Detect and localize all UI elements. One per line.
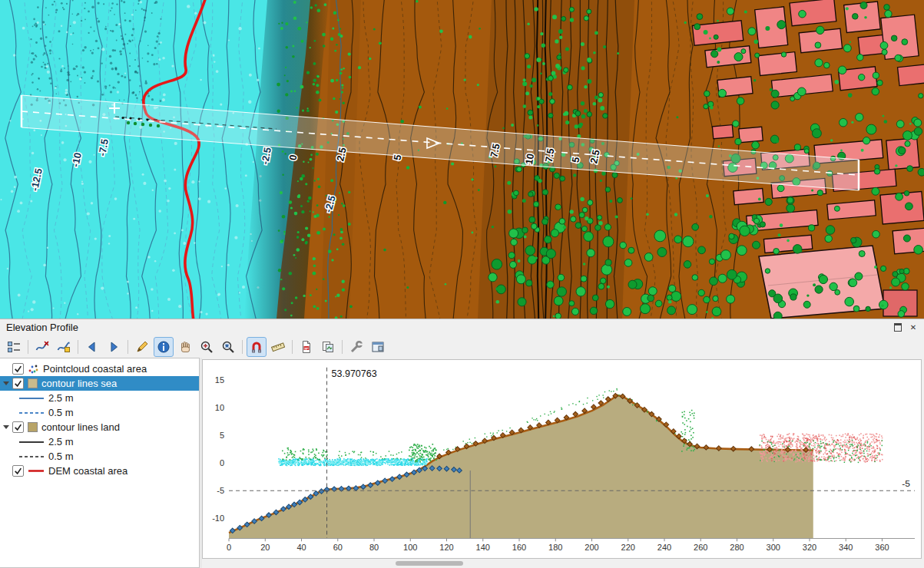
y-tick-label: 15	[215, 375, 224, 385]
zoom-full-button[interactable]	[218, 337, 238, 357]
x-tick-label: 40	[296, 543, 306, 552]
x-tick-label: 100	[403, 543, 417, 552]
qgis-window: -12.5-10-7.5-2.5-2.502.557.5107.552.5 El…	[0, 0, 924, 568]
contour-label: 7.5	[543, 147, 557, 163]
zoom-full-icon	[221, 340, 235, 354]
line-symbol-icon	[18, 408, 45, 418]
layer-item-pointcloud-coastal-area[interactable]: Pointcloud coastal area	[0, 362, 199, 376]
nudge-left-icon	[85, 340, 99, 354]
toolbar-separator	[128, 340, 128, 354]
pan-button[interactable]	[175, 337, 195, 357]
x-tick-label: 260	[694, 543, 707, 552]
layer-tree: Pointcloud coastal areacontour lines sea…	[0, 358, 200, 568]
layer-checkbox[interactable]	[12, 363, 24, 375]
show-layer-tree-button[interactable]	[4, 337, 24, 357]
capture-curve-icon	[35, 340, 49, 354]
x-tick-label: 360	[875, 543, 889, 552]
layer-symbol-item[interactable]: 0.5 m	[0, 405, 199, 420]
profile-toolbar	[0, 335, 924, 358]
x-tick-label: 20	[260, 543, 270, 552]
clear-profile-icon	[135, 340, 149, 354]
layer-item-contour-lines-land[interactable]: contour lines land	[0, 420, 199, 434]
line-symbol-icon	[18, 438, 45, 447]
x-tick-label: 280	[730, 543, 744, 552]
capture-curve-from-feature-button[interactable]	[54, 337, 74, 357]
layer-item-contour-lines-sea[interactable]: contour lines sea	[0, 376, 199, 391]
close-panel-button[interactable]: ✕	[907, 322, 919, 333]
nudge-left-button[interactable]	[82, 337, 102, 357]
x-tick-label: 120	[439, 543, 453, 552]
export-as-image-button[interactable]	[318, 337, 338, 357]
capture-curve-button[interactable]	[32, 337, 52, 357]
layer-checkbox[interactable]	[12, 465, 24, 477]
layer-label: contour lines sea	[41, 378, 117, 389]
panel-header: Elevation Profile ✕	[0, 319, 924, 335]
capture-curve-from-feature-icon	[57, 340, 71, 354]
export-as-image-icon	[321, 340, 335, 354]
expander-icon[interactable]	[0, 425, 12, 429]
toolbar-separator	[342, 340, 343, 354]
measure-distances-icon	[271, 340, 285, 354]
panel-content: Pointcloud coastal areacontour lines sea…	[0, 358, 924, 568]
y-tick-label: -5	[217, 486, 224, 495]
x-tick-label: 60	[333, 543, 343, 552]
layer-swatch-icon	[28, 378, 38, 388]
export-as-pdf-button[interactable]	[296, 337, 316, 357]
layer-label: DEM coastal area	[48, 465, 128, 477]
y-tick-label: 10	[215, 403, 224, 412]
x-tick-label: 80	[369, 543, 379, 552]
identify-features-icon	[157, 340, 171, 354]
x-tick-label: 340	[839, 543, 853, 552]
line-symbol-icon	[18, 452, 45, 461]
float-panel-button[interactable]	[892, 322, 904, 333]
zoom-in-icon	[200, 340, 214, 354]
symbol-label: 0.5 m	[48, 451, 74, 462]
y-tick-label: 0	[220, 458, 224, 467]
options-button[interactable]	[346, 337, 366, 357]
panel-title: Elevation Profile	[5, 322, 78, 333]
symbol-label: 2.5 m	[48, 392, 74, 404]
cursor-readout: 53.970763	[332, 368, 377, 379]
measure-distances-button[interactable]	[268, 337, 288, 357]
map-canvas-svg: -12.5-10-7.5-2.5-2.502.557.5107.552.5	[0, 0, 924, 319]
show-layer-tree-icon	[7, 340, 21, 354]
enable-snapping-button[interactable]	[247, 337, 267, 357]
x-tick-label: 160	[512, 543, 526, 552]
layer-symbol-item[interactable]: 2.5 m	[0, 391, 199, 405]
x-tick-label: 220	[621, 543, 635, 552]
elevation-profile-panel: Elevation Profile ✕ Pointcloud coastal a…	[0, 319, 924, 568]
layer-label: Pointcloud coastal area	[43, 363, 147, 375]
identify-features-button[interactable]	[154, 337, 174, 357]
clear-profile-button[interactable]	[132, 337, 152, 357]
pointcloud-icon	[28, 363, 39, 375]
profile-plot-area[interactable]: -553.97076302040608010012014016018020022…	[202, 359, 922, 559]
x-tick-label: 200	[585, 543, 598, 552]
nudge-right-icon	[107, 340, 121, 354]
layer-item-dem-coastal-area[interactable]: DEM coastal area	[0, 464, 199, 478]
profile-chart-svg[interactable]: -553.97076302040608010012014016018020022…	[203, 360, 921, 558]
toolbar-separator	[78, 340, 78, 354]
expander-icon[interactable]	[0, 381, 12, 385]
x-tick-label: 240	[657, 543, 671, 552]
pan-icon	[178, 340, 192, 354]
float-icon	[894, 323, 902, 332]
horizontal-scrollbar[interactable]	[396, 561, 463, 566]
toolbar-separator	[242, 340, 243, 354]
options-icon	[349, 340, 363, 354]
x-tick-label: 140	[476, 543, 490, 552]
layer-symbol-item[interactable]: 0.5 m	[0, 449, 199, 464]
x-tick-label: 180	[548, 543, 562, 552]
layer-checkbox[interactable]	[12, 378, 24, 389]
layer-swatch-icon	[28, 422, 38, 432]
toolbar-separator	[28, 340, 28, 354]
dock-options-icon	[371, 340, 385, 354]
contour-label: 10	[523, 153, 536, 166]
map-canvas[interactable]: -12.5-10-7.5-2.5-2.502.557.5107.552.5	[0, 0, 924, 319]
enable-snapping-icon	[250, 340, 263, 354]
layer-checkbox[interactable]	[12, 421, 24, 433]
dock-options-button[interactable]	[368, 337, 388, 357]
layer-symbol-item[interactable]: 2.5 m	[0, 434, 199, 449]
x-tick-label: 320	[803, 543, 816, 552]
zoom-in-button[interactable]	[197, 337, 217, 357]
nudge-right-button[interactable]	[104, 337, 124, 357]
